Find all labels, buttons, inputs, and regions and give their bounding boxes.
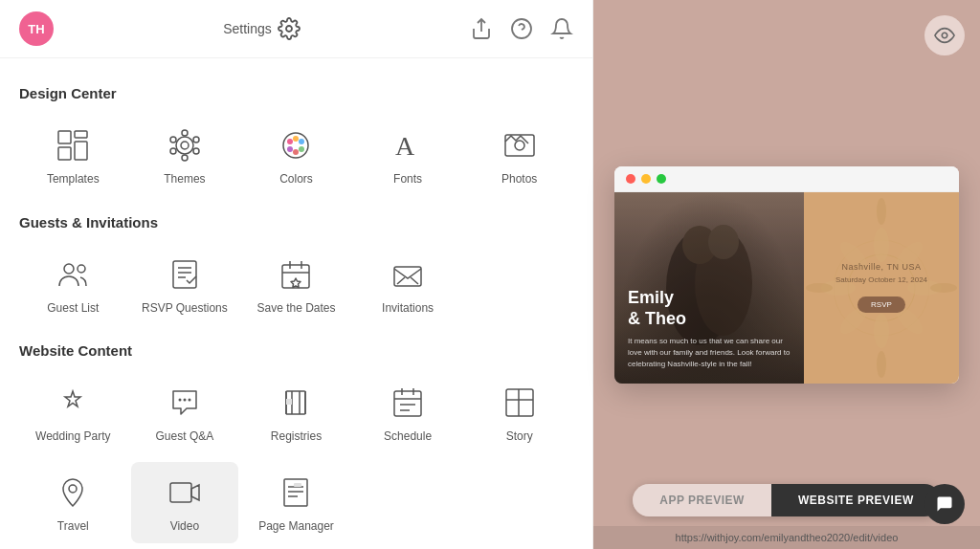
registries-label: Registries — [271, 429, 322, 445]
sidebar-item-invitations[interactable]: Invitations — [354, 244, 462, 326]
guest-list-icon — [52, 253, 94, 296]
card-photo: Emily& Theo It means so much to us that … — [614, 192, 804, 384]
help-icon[interactable] — [510, 17, 533, 40]
svg-point-79 — [806, 283, 833, 293]
card-sidebar-content: Nashville, TN USA Saturday October 12, 2… — [835, 262, 927, 313]
svg-point-80 — [930, 283, 957, 293]
settings-icon[interactable] — [278, 17, 301, 40]
svg-point-37 — [178, 399, 181, 402]
photos-icon — [499, 124, 541, 166]
sidebar-item-story[interactable]: Story — [465, 372, 573, 454]
svg-point-18 — [293, 136, 299, 142]
sidebar-item-rsvp[interactable]: RSVP Questions — [131, 244, 239, 326]
story-icon — [499, 382, 541, 424]
themes-label: Themes — [164, 172, 205, 187]
svg-point-38 — [183, 399, 186, 402]
sidebar-item-page-manager[interactable]: Page Manager — [242, 462, 350, 544]
templates-label: Templates — [47, 172, 100, 187]
svg-rect-55 — [170, 483, 191, 502]
settings-label: Settings — [223, 21, 272, 36]
svg-rect-28 — [173, 261, 196, 288]
svg-point-20 — [299, 146, 304, 152]
svg-rect-51 — [506, 389, 533, 416]
sidebar-item-travel[interactable]: Travel — [19, 462, 127, 544]
svg-point-78 — [877, 351, 886, 378]
sidebar-item-guest-qa[interactable]: Guest Q&A — [131, 372, 239, 454]
couple-names: Emily& Theo — [628, 288, 791, 329]
wedding-party-icon — [52, 382, 94, 424]
svg-point-54 — [69, 485, 77, 493]
header-left: TH — [19, 11, 54, 46]
photo-description: It means so much to us that we can share… — [628, 336, 791, 370]
svg-point-10 — [182, 130, 188, 136]
preview-toggle-bar: APP PREVIEW WEBSITE PREVIEW — [633, 484, 940, 516]
card-location: Nashville, TN USA — [835, 262, 927, 272]
right-panel: Emily& Theo It means so much to us that … — [593, 0, 980, 549]
share-icon[interactable] — [470, 17, 493, 40]
sidebar-item-photos[interactable]: Photos — [465, 115, 573, 197]
travel-label: Travel — [57, 519, 89, 535]
svg-point-8 — [176, 137, 193, 154]
svg-point-14 — [170, 148, 176, 154]
url-bar: https://withjoy.com/emilyandtheo2020/edi… — [593, 526, 980, 549]
guests-invitations-grid: Guest List RSVP Questions Save the Dates — [19, 244, 573, 326]
window-dot-green — [657, 174, 666, 184]
schedule-icon — [387, 382, 429, 424]
eye-icon — [934, 25, 955, 46]
guest-list-label: Guest List — [47, 301, 99, 317]
chat-icon — [935, 494, 954, 514]
chat-bubble-button[interactable] — [924, 484, 965, 524]
video-label: Video — [170, 519, 199, 535]
svg-point-39 — [188, 399, 190, 402]
guest-qa-icon — [164, 382, 206, 424]
website-content-title: Website Content — [19, 342, 573, 359]
design-center-grid: Templates Themes Colors A — [19, 115, 573, 197]
themes-icon — [164, 124, 206, 166]
guests-invitations-title: Guests & Invitations — [19, 214, 573, 231]
sidebar-item-fonts[interactable]: A Fonts — [354, 115, 462, 197]
svg-text:A: A — [395, 131, 415, 161]
sidebar-item-wedding-party[interactable]: Wedding Party — [19, 372, 127, 454]
svg-point-69 — [874, 228, 889, 262]
card-body: Emily& Theo It means so much to us that … — [614, 192, 959, 384]
app-preview-button[interactable]: APP PREVIEW — [633, 484, 771, 516]
wedding-party-label: Wedding Party — [35, 429, 111, 445]
svg-rect-45 — [394, 391, 421, 416]
header: TH Settings — [0, 0, 592, 58]
svg-point-77 — [877, 198, 886, 225]
card-date: Saturday October 12, 2024 — [835, 275, 927, 284]
sidebar-item-save-dates[interactable]: Save the Dates — [242, 244, 350, 326]
svg-point-13 — [182, 155, 188, 161]
sidebar-item-registries[interactable]: Registries — [242, 372, 350, 454]
svg-rect-7 — [75, 142, 87, 160]
schedule-label: Schedule — [384, 429, 432, 445]
sidebar-item-video[interactable]: Video — [131, 462, 239, 544]
save-dates-label: Save the Dates — [256, 301, 335, 317]
card-photo-overlay: Emily& Theo It means so much to us that … — [614, 192, 804, 384]
svg-point-9 — [181, 142, 189, 149]
svg-point-27 — [78, 265, 85, 273]
website-preview-button[interactable]: WEBSITE PREVIEW — [771, 484, 941, 516]
travel-icon — [52, 472, 94, 514]
svg-rect-6 — [75, 131, 87, 138]
svg-rect-5 — [58, 147, 71, 160]
svg-point-22 — [287, 146, 293, 152]
sidebar-item-templates[interactable]: Templates — [19, 115, 127, 197]
sidebar-item-guest-list[interactable]: Guest List — [19, 244, 127, 326]
notification-icon[interactable] — [550, 17, 573, 40]
preview-eye-button[interactable] — [924, 15, 965, 55]
sidebar-item-schedule[interactable]: Schedule — [354, 372, 462, 454]
avatar[interactable]: TH — [19, 11, 54, 46]
svg-point-11 — [193, 137, 199, 143]
card-sidebar: Nashville, TN USA Saturday October 12, 2… — [804, 192, 959, 384]
fonts-label: Fonts — [393, 172, 422, 187]
colors-label: Colors — [279, 172, 313, 187]
svg-point-26 — [64, 264, 74, 274]
sidebar-item-themes[interactable]: Themes — [131, 115, 239, 197]
sidebar-item-colors[interactable]: Colors — [242, 115, 350, 197]
website-preview-card: Emily& Theo It means so much to us that … — [614, 166, 959, 384]
svg-rect-4 — [58, 131, 71, 143]
rsvp-card-button[interactable]: RSVP — [858, 296, 905, 313]
templates-icon — [52, 124, 94, 166]
rsvp-icon — [164, 253, 206, 296]
